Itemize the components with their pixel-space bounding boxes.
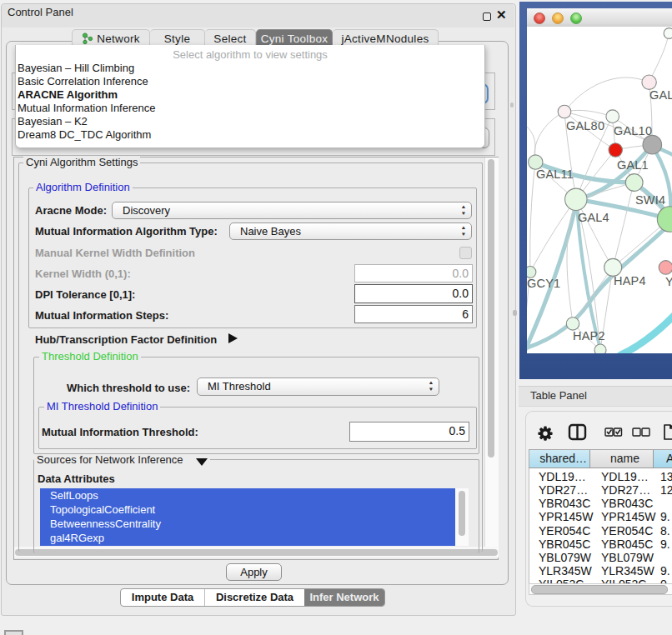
svg-text:GAL4: GAL4	[578, 211, 609, 224]
svg-text:GAL80: GAL80	[566, 119, 604, 132]
svg-text:Y: Y	[665, 275, 672, 288]
svg-text:GCY1: GCY1	[527, 277, 560, 290]
svg-text:HAP2: HAP2	[573, 329, 605, 342]
svg-text:GAL10: GAL10	[614, 124, 652, 138]
svg-text:GAL11: GAL11	[536, 168, 574, 181]
svg-text:SWI4: SWI4	[635, 193, 665, 207]
svg-text:GAL8: GAL8	[649, 88, 672, 102]
svg-text:GAL1: GAL1	[617, 158, 649, 172]
svg-text:HAP4: HAP4	[614, 274, 646, 288]
